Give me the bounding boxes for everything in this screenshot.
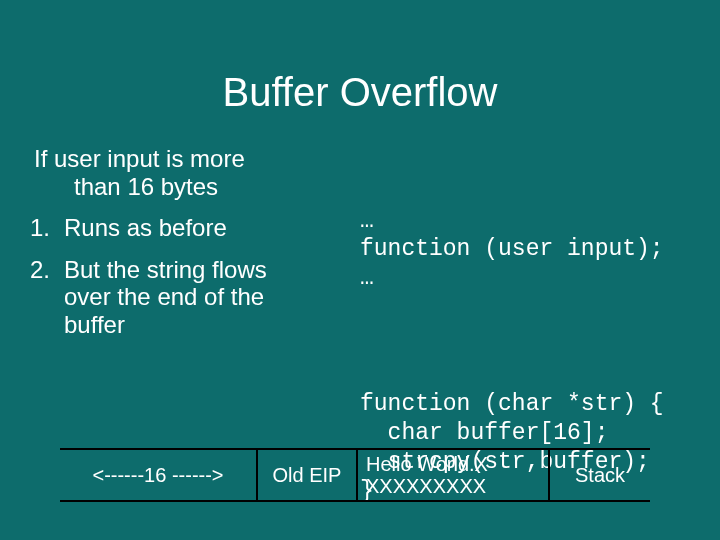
code-block-top: … function (user input); …: [360, 207, 690, 293]
cell-buffer-16: <------16 ------>: [60, 448, 258, 502]
list-item-2: 2. But the string flows over the end of …: [30, 256, 340, 339]
list-number-1: 1.: [30, 214, 50, 242]
cell-old-eip: Old EIP: [258, 448, 358, 502]
li2-line3: buffer: [64, 311, 125, 338]
lead-line-1: If user input is more: [34, 145, 245, 172]
li2-line1: But the string flows: [64, 256, 267, 283]
list-item-1: 1. Runs as before: [30, 214, 340, 242]
slide: Buffer Overflow If user input is more th…: [0, 0, 720, 540]
overflow-line1: Hello World.X: [366, 453, 488, 475]
cell-stack: Stack: [550, 448, 650, 502]
lead-text: If user input is more than 16 bytes: [30, 145, 340, 200]
overflow-line2: XXXXXXXXX: [366, 475, 486, 497]
stack-diagram: <------16 ------> Old EIP Hello World.X …: [60, 448, 680, 502]
list-text-2: But the string flows over the end of the…: [64, 256, 340, 339]
list-text-1: Runs as before: [64, 214, 340, 242]
cell-overflow: Hello World.X XXXXXXXXX: [358, 448, 550, 502]
li2-line2: over the end of the: [64, 283, 264, 310]
lead-line-2: than 16 bytes: [34, 173, 340, 201]
stack-row: <------16 ------> Old EIP Hello World.X …: [60, 448, 680, 502]
slide-title: Buffer Overflow: [0, 0, 720, 115]
list-number-2: 2.: [30, 256, 50, 284]
